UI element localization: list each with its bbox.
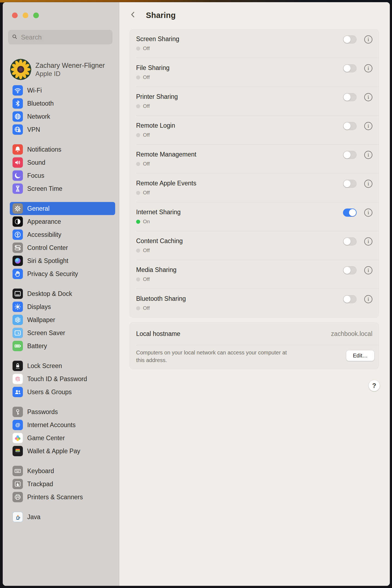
info-button-content-caching[interactable]: i bbox=[364, 237, 372, 246]
toggle-bluetooth-sharing[interactable] bbox=[343, 295, 357, 303]
sharing-row-info: Remote LoginOff bbox=[136, 116, 372, 138]
sidebar-item-battery[interactable]: Battery bbox=[10, 339, 115, 353]
sidebar-item-lock-screen[interactable]: Lock Screen bbox=[10, 359, 115, 372]
apple-id-profile[interactable]: Zachary Wener-Fligner Apple ID bbox=[10, 59, 115, 80]
info-button-remote-apple-events[interactable]: i bbox=[364, 180, 372, 188]
passwords-icon bbox=[13, 407, 23, 417]
sidebar-item-trackpad[interactable]: Trackpad bbox=[10, 477, 115, 491]
info-button-remote-management[interactable]: i bbox=[364, 151, 372, 159]
toggle-knob bbox=[344, 151, 351, 158]
sharing-row-info: Content CachingOff bbox=[136, 231, 372, 253]
toggle-remote-apple-events[interactable] bbox=[343, 180, 357, 188]
sidebar-item-bluetooth[interactable]: Bluetooth bbox=[10, 97, 115, 110]
sidebar-item-internet-accounts[interactable]: @Internet Accounts bbox=[10, 418, 115, 431]
sidebar-item-label: Battery bbox=[27, 342, 47, 350]
sidebar-item-focus[interactable]: Focus bbox=[10, 169, 115, 182]
info-button-screen-sharing[interactable]: i bbox=[364, 35, 372, 44]
screen-time-icon bbox=[13, 183, 23, 194]
sidebar-item-label: Wallpaper bbox=[27, 316, 55, 324]
sidebar-item-screen-saver[interactable]: Screen Saver bbox=[10, 326, 115, 339]
sidebar-item-sound[interactable]: Sound bbox=[10, 156, 115, 169]
sound-icon bbox=[13, 157, 23, 168]
internet-accounts-icon: @ bbox=[13, 420, 23, 430]
desktop-dock-icon bbox=[13, 289, 23, 299]
sharing-service-status: Off bbox=[136, 305, 372, 311]
info-button-media-sharing[interactable]: i bbox=[364, 266, 372, 274]
info-button-file-sharing[interactable]: i bbox=[364, 64, 372, 72]
sidebar-item-privacy-security[interactable]: Privacy & Security bbox=[10, 267, 115, 280]
siri-icon bbox=[13, 256, 23, 266]
sharing-row-info: Bluetooth SharingOff bbox=[136, 289, 372, 311]
sidebar-item-wallet-apple-pay[interactable]: Wallet & Apple Pay bbox=[10, 445, 115, 458]
privacy-icon bbox=[13, 269, 23, 279]
sidebar-item-game-center[interactable]: Game Center bbox=[10, 431, 115, 445]
sidebar-item-label: Users & Groups bbox=[27, 388, 72, 396]
sidebar-group: Passwords@Internet AccountsGame CenterWa… bbox=[10, 405, 115, 458]
java-icon bbox=[13, 512, 23, 522]
chevron-left-icon bbox=[129, 10, 136, 20]
sharing-row-info: Printer SharingOff bbox=[136, 87, 372, 109]
sidebar-item-label: Screen Saver bbox=[27, 329, 65, 337]
search-input[interactable] bbox=[20, 33, 109, 41]
sidebar-item-passwords[interactable]: Passwords bbox=[10, 405, 115, 418]
sidebar-group: NotificationsSoundFocusScreen Time bbox=[10, 143, 115, 195]
sidebar-item-label: Java bbox=[27, 513, 41, 521]
sidebar-item-vpn[interactable]: VPN bbox=[10, 123, 115, 136]
sidebar-item-java[interactable]: Java bbox=[10, 510, 115, 523]
sidebar-item-label: Keyboard bbox=[27, 467, 54, 475]
help-button[interactable]: ? bbox=[369, 380, 380, 391]
accessibility-icon bbox=[13, 229, 23, 240]
toggle-internet-sharing[interactable] bbox=[343, 209, 357, 217]
sidebar-group: Desktop & DockDisplaysWallpaperScreen Sa… bbox=[10, 287, 115, 353]
sidebar-item-printers-scanners[interactable]: Printers & Scanners bbox=[10, 491, 115, 504]
sidebar-item-wallpaper[interactable]: Wallpaper bbox=[10, 313, 115, 326]
toggle-printer-sharing[interactable] bbox=[343, 93, 357, 101]
info-button-bluetooth-sharing[interactable]: i bbox=[364, 295, 372, 303]
sidebar-item-users-groups[interactable]: Users & Groups bbox=[10, 385, 115, 399]
minimize-button[interactable] bbox=[23, 13, 28, 18]
sidebar-item-label: Bluetooth bbox=[27, 100, 54, 107]
sidebar-item-desktop-dock[interactable]: Desktop & Dock bbox=[10, 287, 115, 300]
general-icon bbox=[13, 203, 23, 214]
zoom-button[interactable] bbox=[33, 13, 39, 18]
sidebar-item-touch-id-password[interactable]: Touch ID & Password bbox=[10, 372, 115, 385]
toggle-content-caching[interactable] bbox=[343, 237, 357, 246]
sidebar-item-accessibility[interactable]: Accessibility bbox=[10, 228, 115, 241]
sidebar-item-label: Internet Accounts bbox=[27, 421, 76, 429]
close-button[interactable] bbox=[12, 13, 18, 18]
back-button[interactable] bbox=[129, 10, 137, 20]
toggle-remote-management[interactable] bbox=[343, 151, 357, 159]
info-button-remote-login[interactable]: i bbox=[364, 122, 372, 130]
page-title: Sharing bbox=[146, 10, 176, 20]
sharing-service-status: Off bbox=[136, 247, 372, 253]
sidebar-item-label: Printers & Scanners bbox=[27, 494, 83, 501]
status-dot-off bbox=[136, 191, 140, 195]
toggle-screen-sharing[interactable] bbox=[343, 35, 357, 44]
sidebar-item-wi-fi[interactable]: Wi-Fi bbox=[10, 84, 115, 97]
wallet-icon bbox=[13, 446, 23, 456]
focus-icon bbox=[13, 170, 23, 181]
toggle-remote-login[interactable] bbox=[343, 122, 357, 130]
sidebar-item-notifications[interactable]: Notifications bbox=[10, 143, 115, 156]
sidebar-item-label: Game Center bbox=[27, 434, 65, 442]
status-label: Off bbox=[143, 132, 150, 138]
sidebar-item-network[interactable]: Network bbox=[10, 110, 115, 123]
sidebar-item-appearance[interactable]: Appearance bbox=[10, 215, 115, 228]
hostname-label: Local hostname bbox=[136, 330, 180, 338]
sharing-row-remote-management: Remote ManagementOffi bbox=[130, 145, 379, 173]
status-dot-off bbox=[136, 133, 140, 137]
sidebar-item-general[interactable]: General bbox=[10, 202, 115, 215]
sidebar-item-screen-time[interactable]: Screen Time bbox=[10, 182, 115, 195]
edit-hostname-button[interactable]: Edit… bbox=[346, 350, 374, 361]
toggle-knob bbox=[344, 65, 351, 72]
info-button-printer-sharing[interactable]: i bbox=[364, 93, 372, 101]
toggle-media-sharing[interactable] bbox=[343, 266, 357, 274]
sidebar-item-control-center[interactable]: Control Center bbox=[10, 241, 115, 254]
toggle-file-sharing[interactable] bbox=[343, 64, 357, 72]
sidebar-item-label: Touch ID & Password bbox=[27, 375, 87, 383]
sidebar-item-keyboard[interactable]: Keyboard bbox=[10, 464, 115, 477]
info-button-internet-sharing[interactable]: i bbox=[364, 209, 372, 217]
sidebar-item-displays[interactable]: Displays bbox=[10, 300, 115, 313]
search-field[interactable] bbox=[8, 30, 112, 44]
sidebar-item-siri-spotlight[interactable]: Siri & Spotlight bbox=[10, 254, 115, 267]
